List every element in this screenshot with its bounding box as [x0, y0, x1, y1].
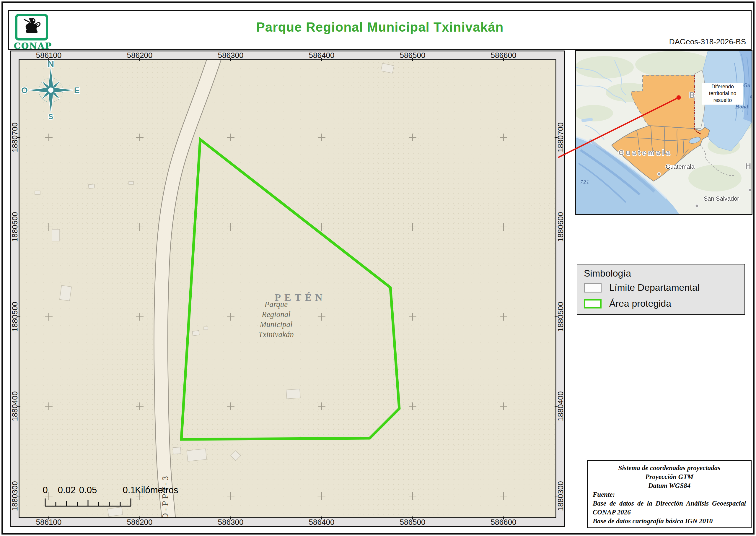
area-label-line: Parque	[265, 300, 288, 309]
grid-x-label: 586300	[218, 518, 244, 526]
grid-x-label: 586500	[400, 518, 425, 526]
area-label-line: Municipal	[260, 320, 293, 329]
credits-line: Proyección GTM	[593, 473, 746, 481]
compass-rose: N E S O	[21, 60, 79, 120]
map-canvas-graphics: D-PPT-3	[19, 60, 555, 518]
map-inner-frame: D-PPT-3	[18, 59, 556, 518]
credits-source-line: Base de datos de la Dirección Análisis G…	[593, 499, 746, 508]
header: CONAP Parque Regional Municipal Txinivak…	[8, 10, 752, 50]
grid-tick	[17, 227, 20, 227]
sea-label-fragment: o	[750, 93, 752, 99]
grid-tick	[554, 406, 557, 407]
inset-map-graphics: Guatemala B Ho Guatemala San Salvador Gu…	[576, 51, 752, 214]
grid-x-label: 586200	[127, 518, 153, 526]
grid-tick	[140, 58, 140, 61]
honduras-label-fragment: Ho	[746, 162, 752, 170]
scalebar	[45, 498, 131, 506]
road-label: D-PPT-3	[161, 474, 170, 518]
grid-tick	[321, 517, 322, 519]
credits-line: Sistema de coordenadas proyectadas	[593, 464, 746, 473]
legend-title: Simbología	[584, 268, 631, 279]
grid-tick	[48, 58, 49, 61]
grid-tick	[17, 496, 20, 496]
area-label-line: Txinivakán	[258, 330, 294, 339]
grid-tick	[17, 406, 20, 407]
capital-city-label: Guatemala	[666, 163, 695, 170]
legend-item-departmental-limit: Límite Departamental	[584, 282, 700, 293]
territorial-dispute-callout: Diferendo territorial no resuelto	[702, 83, 743, 105]
sea-label-fragment: Gu	[743, 82, 750, 88]
departmental-limit-swatch	[584, 283, 602, 292]
scalebar-label: 0.05	[79, 485, 97, 495]
protected-area-swatch	[584, 299, 602, 309]
grid-tick	[230, 58, 231, 61]
grid-x-label: 586100	[36, 518, 62, 526]
grid-tick	[17, 317, 20, 317]
grid-tick	[140, 517, 140, 519]
inset-locator-map: Guatemala B Ho Guatemala San Salvador Gu…	[575, 50, 752, 215]
callout-line: resuelto	[702, 97, 743, 104]
grid-tick	[554, 496, 557, 496]
grid-tick	[554, 137, 557, 138]
grid-tick	[503, 58, 504, 61]
compass-s-label: S	[48, 113, 53, 120]
callout-line: territorial no	[702, 90, 743, 97]
grid-tick	[230, 517, 231, 519]
credits-source-line: Base de datos cartografía básica IGN 201…	[593, 517, 746, 526]
callout-line: Diferendo	[702, 83, 743, 90]
map-frame: D-PPT-3	[10, 50, 565, 527]
grid-tick	[48, 517, 49, 519]
credits-source-line: CONAP 2026	[593, 508, 746, 517]
credits-line: Datum WGS84	[593, 481, 746, 490]
conap-logo-text: CONAP	[14, 41, 49, 51]
building-footprints	[35, 63, 394, 517]
grid-tick	[503, 517, 504, 519]
road-fill	[161, 60, 216, 518]
grid-tick	[412, 517, 413, 519]
scalebar-label: 0.1	[123, 485, 135, 495]
grid-tick	[554, 227, 557, 227]
page-title: Parque Regional Municipal Txinivakán	[9, 20, 751, 35]
belize-label-fragment: B	[689, 91, 695, 100]
legend-item-label: Límite Departamental	[609, 282, 700, 293]
document-id: DAGeos-318-2026-BS	[669, 37, 746, 47]
scalebar-label: 0	[43, 485, 47, 495]
grid-tick	[554, 317, 557, 317]
grid-tick	[321, 58, 322, 61]
compass-e-label: E	[74, 86, 80, 95]
san-salvador-label: San Salvador	[704, 195, 739, 202]
scalebar-unit: Kilómetros	[135, 485, 178, 495]
grid-tick	[17, 137, 20, 138]
area-label-line: Regional	[262, 310, 290, 319]
compass-n-label: N	[47, 60, 54, 69]
grid-x-label: 586400	[309, 518, 334, 526]
grid-tick	[412, 58, 413, 61]
legend-item-protected-area: Área protegida	[584, 298, 671, 309]
grid-x-label: 586600	[491, 518, 517, 526]
credits-source-label: Fuente:	[593, 490, 746, 499]
scalebar-label: 0.02	[58, 485, 76, 495]
compass-o-label: O	[21, 86, 28, 95]
legend: Simbología Límite Departamental Área pro…	[577, 264, 745, 315]
map-canvas: D-PPT-3	[19, 60, 555, 518]
depth-label: 721	[580, 179, 590, 185]
country-label: Guatemala	[619, 149, 672, 156]
credits: Sistema de coordenadas proyectadas Proye…	[587, 460, 752, 528]
legend-item-label: Área protegida	[609, 298, 671, 309]
